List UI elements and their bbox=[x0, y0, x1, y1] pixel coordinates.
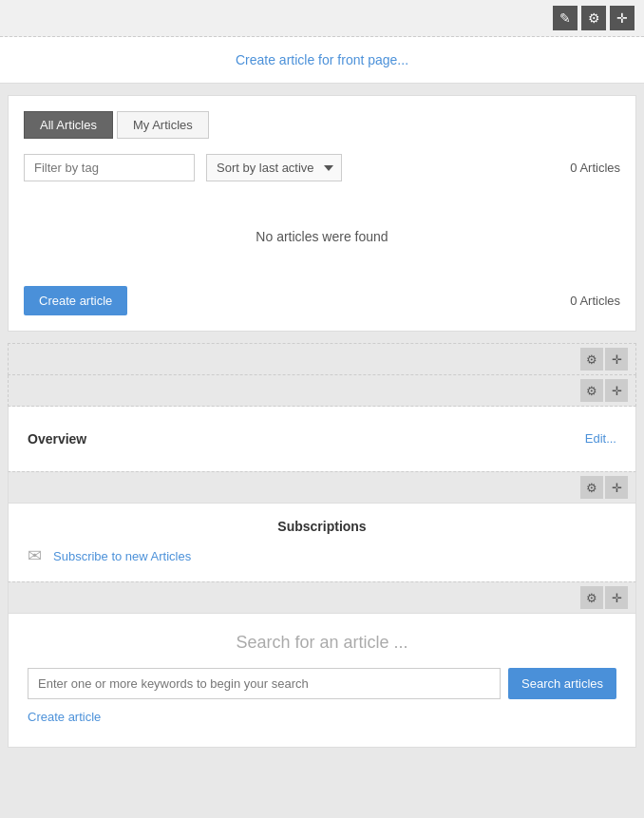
overview-edit-link[interactable]: Edit... bbox=[585, 431, 616, 446]
subscriptions-row: ✉ Subscribe to new Articles bbox=[28, 545, 616, 566]
gear-icon-1b[interactable]: ⚙ bbox=[580, 379, 603, 402]
gear-icon-1a[interactable]: ⚙ bbox=[580, 348, 603, 371]
create-article-search-link[interactable]: Create article bbox=[28, 710, 101, 724]
plus-icon-1a[interactable]: ✛ bbox=[605, 348, 628, 371]
create-article-button[interactable]: Create article bbox=[24, 286, 127, 315]
sort-select[interactable]: Sort by last active Sort by title Sort b… bbox=[206, 154, 342, 181]
search-input[interactable] bbox=[28, 668, 501, 699]
plus-icon-3[interactable]: ✛ bbox=[605, 586, 628, 609]
overview-section: Overview Edit... bbox=[8, 407, 636, 471]
gear-icon-top[interactable]: ⚙ bbox=[581, 6, 606, 30]
gear-icon-2[interactable]: ⚙ bbox=[580, 476, 603, 499]
articles-count-top: 0 Articles bbox=[570, 161, 620, 175]
no-articles-message: No articles were found bbox=[24, 200, 620, 263]
search-input-row: Search articles bbox=[28, 668, 616, 699]
top-toolbar: ✎ ⚙ ✛ bbox=[0, 0, 644, 37]
overview-title: Overview bbox=[28, 431, 86, 447]
section-toolbar-2: ⚙ ✛ bbox=[8, 471, 636, 504]
subscribe-link[interactable]: Subscribe to new Articles bbox=[53, 549, 191, 563]
filter-tag-input[interactable] bbox=[24, 154, 195, 181]
plus-icon-1b[interactable]: ✛ bbox=[605, 379, 628, 402]
tab-my-articles[interactable]: My Articles bbox=[117, 111, 209, 139]
bottom-row: Create article 0 Articles bbox=[24, 278, 620, 315]
pencil-icon[interactable]: ✎ bbox=[553, 6, 578, 30]
gear-icon-3[interactable]: ⚙ bbox=[580, 586, 603, 609]
articles-tabs: All Articles My Articles bbox=[24, 111, 620, 139]
articles-section: All Articles My Articles Sort by last ac… bbox=[8, 95, 636, 332]
section-toolbar-1b: ⚙ ✛ bbox=[8, 375, 636, 407]
filter-row: Sort by last active Sort by title Sort b… bbox=[24, 154, 620, 181]
move-icon-top[interactable]: ✛ bbox=[610, 6, 635, 30]
section-toolbar-3: ⚙ ✛ bbox=[8, 581, 636, 614]
page-wrapper: ✎ ⚙ ✛ Create article for front page... A… bbox=[0, 0, 644, 818]
plus-icon-2[interactable]: ✛ bbox=[605, 476, 628, 499]
search-title: Search for an article ... bbox=[28, 633, 616, 653]
tab-all-articles[interactable]: All Articles bbox=[24, 111, 113, 139]
create-front-page-section: Create article for front page... bbox=[0, 37, 644, 84]
section-toolbar-1: ⚙ ✛ bbox=[8, 343, 636, 375]
search-section: Search for an article ... Search article… bbox=[8, 614, 636, 748]
search-articles-button[interactable]: Search articles bbox=[508, 668, 616, 699]
create-front-page-link[interactable]: Create article for front page... bbox=[236, 52, 408, 67]
email-icon: ✉ bbox=[28, 545, 42, 566]
overview-header: Overview Edit... bbox=[28, 422, 616, 456]
articles-count-bottom: 0 Articles bbox=[570, 294, 620, 308]
subscriptions-section: Subscriptions ✉ Subscribe to new Article… bbox=[8, 504, 636, 581]
subscriptions-title: Subscriptions bbox=[28, 519, 616, 534]
